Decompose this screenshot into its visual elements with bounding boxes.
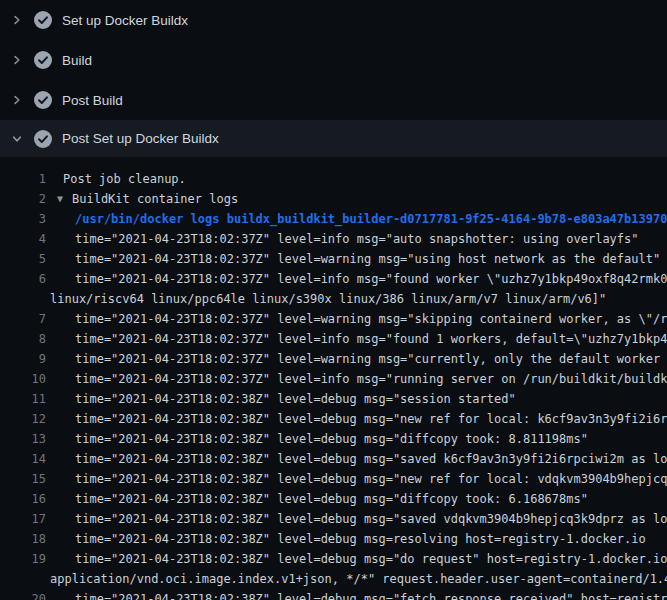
line-number[interactable]: 5 xyxy=(0,249,46,269)
command-text: /usr/bin/docker logs buildx_buildkit_bui… xyxy=(75,209,667,229)
log-row: 14 time="2021-04-23T18:02:38Z" level=deb… xyxy=(0,449,667,469)
step-label: Build xyxy=(62,53,92,68)
line-number[interactable]: 20 xyxy=(0,589,46,600)
log-text: time="2021-04-23T18:02:37Z" level=warnin… xyxy=(75,349,667,369)
log-row: 8 time="2021-04-23T18:02:37Z" level=info… xyxy=(0,329,667,349)
line-number[interactable]: 6 xyxy=(0,269,46,289)
chevron-right-icon xyxy=(9,14,25,26)
step-header-set-up-docker-buildx[interactable]: Set up Docker Buildx xyxy=(0,0,667,40)
log-row: 12 time="2021-04-23T18:02:38Z" level=deb… xyxy=(0,409,667,429)
log-row: 6 time="2021-04-23T18:02:37Z" level=info… xyxy=(0,269,667,289)
line-number xyxy=(0,289,46,309)
line-number[interactable]: 17 xyxy=(0,509,46,529)
log-text: application/vnd.oci.image.index.v1+json,… xyxy=(50,569,667,589)
step-label: Post Set up Docker Buildx xyxy=(62,131,219,146)
log-row: 15 time="2021-04-23T18:02:38Z" level=deb… xyxy=(0,469,667,489)
step-label: Set up Docker Buildx xyxy=(62,13,188,28)
log-row: 9 time="2021-04-23T18:02:37Z" level=warn… xyxy=(0,349,667,369)
log-row: 20 time="2021-04-23T18:02:38Z" level=deb… xyxy=(0,589,667,600)
line-number[interactable]: 1 xyxy=(0,169,46,189)
log-row: 10 time="2021-04-23T18:02:37Z" level=inf… xyxy=(0,369,667,389)
line-number[interactable]: 12 xyxy=(0,409,46,429)
check-circle-icon xyxy=(34,51,52,69)
log-row: 4 time="2021-04-23T18:02:37Z" level=info… xyxy=(0,229,667,249)
log-text: time="2021-04-23T18:02:38Z" level=debug … xyxy=(75,489,588,509)
step-header-post-build[interactable]: Post Build xyxy=(0,80,667,120)
log-row: 19 time="2021-04-23T18:02:38Z" level=deb… xyxy=(0,549,667,569)
log-row: 11 time="2021-04-23T18:02:38Z" level=deb… xyxy=(0,389,667,409)
line-number[interactable]: 7 xyxy=(0,309,46,329)
log-text: time="2021-04-23T18:02:37Z" level=info m… xyxy=(75,229,639,249)
log-area: 1 Post job cleanup. 2 ▼ BuildKit contain… xyxy=(0,157,667,600)
workflow-log-viewer: Set up Docker Buildx Build Post Build Po… xyxy=(0,0,667,600)
log-text: time="2021-04-23T18:02:37Z" level=info m… xyxy=(75,269,667,289)
check-circle-icon xyxy=(34,11,52,29)
log-row: 5 time="2021-04-23T18:02:37Z" level=warn… xyxy=(0,249,667,269)
log-row: linux/riscv64 linux/ppc64le linux/s390x … xyxy=(0,289,667,309)
log-text: time="2021-04-23T18:02:38Z" level=debug … xyxy=(75,509,667,529)
chevron-down-icon xyxy=(9,133,25,145)
line-number[interactable]: 9 xyxy=(0,349,46,369)
chevron-right-icon xyxy=(9,94,25,106)
log-text: time="2021-04-23T18:02:38Z" level=debug … xyxy=(75,449,667,469)
line-number[interactable]: 8 xyxy=(0,329,46,349)
line-number[interactable]: 19 xyxy=(0,549,46,569)
line-number[interactable]: 16 xyxy=(0,489,46,509)
log-row: 2 ▼ BuildKit container logs xyxy=(0,189,667,209)
log-text: time="2021-04-23T18:02:37Z" level=warnin… xyxy=(75,309,667,329)
log-text: time="2021-04-23T18:02:37Z" level=info m… xyxy=(75,329,667,349)
group-expander-icon[interactable]: ▼ xyxy=(54,189,66,209)
step-header-post-set-up-docker-buildx[interactable]: Post Set up Docker Buildx xyxy=(0,120,667,157)
step-list: Set up Docker Buildx Build Post Build Po… xyxy=(0,0,667,157)
log-row: application/vnd.oci.image.index.v1+json,… xyxy=(0,569,667,589)
line-number[interactable]: 4 xyxy=(0,229,46,249)
log-text: BuildKit container logs xyxy=(72,189,238,209)
line-number[interactable]: 11 xyxy=(0,389,46,409)
log-text: time="2021-04-23T18:02:37Z" level=warnin… xyxy=(75,249,660,269)
log-text: time="2021-04-23T18:02:38Z" level=debug … xyxy=(75,409,667,429)
log-row: 7 time="2021-04-23T18:02:37Z" level=warn… xyxy=(0,309,667,329)
step-header-build[interactable]: Build xyxy=(0,40,667,80)
line-number xyxy=(0,569,46,589)
log-text: time="2021-04-23T18:02:38Z" level=debug … xyxy=(75,529,646,549)
log-text: linux/riscv64 linux/ppc64le linux/s390x … xyxy=(50,289,606,309)
line-number[interactable]: 15 xyxy=(0,469,46,489)
line-number[interactable]: 3 xyxy=(0,209,46,229)
log-row: 3 /usr/bin/docker logs buildx_buildkit_b… xyxy=(0,209,667,229)
log-row: 17 time="2021-04-23T18:02:38Z" level=deb… xyxy=(0,509,667,529)
log-row: 13 time="2021-04-23T18:02:38Z" level=deb… xyxy=(0,429,667,449)
line-number[interactable]: 2 xyxy=(0,189,46,209)
check-circle-icon xyxy=(34,130,52,148)
check-circle-icon xyxy=(34,91,52,109)
line-number[interactable]: 10 xyxy=(0,369,46,389)
log-text: time="2021-04-23T18:02:38Z" level=debug … xyxy=(75,389,516,409)
log-text: Post job cleanup. xyxy=(63,169,186,189)
log-text: time="2021-04-23T18:02:38Z" level=debug … xyxy=(75,589,667,600)
step-label: Post Build xyxy=(62,93,123,108)
line-number[interactable]: 14 xyxy=(0,449,46,469)
log-text: time="2021-04-23T18:02:38Z" level=debug … xyxy=(75,429,588,449)
log-text: time="2021-04-23T18:02:38Z" level=debug … xyxy=(75,469,667,489)
line-number[interactable]: 18 xyxy=(0,529,46,549)
log-row: 16 time="2021-04-23T18:02:38Z" level=deb… xyxy=(0,489,667,509)
log-text: time="2021-04-23T18:02:37Z" level=info m… xyxy=(75,369,667,389)
chevron-right-icon xyxy=(9,54,25,66)
log-row: 1 Post job cleanup. xyxy=(0,169,667,189)
log-row: 18 time="2021-04-23T18:02:38Z" level=deb… xyxy=(0,529,667,549)
log-text: time="2021-04-23T18:02:38Z" level=debug … xyxy=(75,549,667,569)
line-number[interactable]: 13 xyxy=(0,429,46,449)
